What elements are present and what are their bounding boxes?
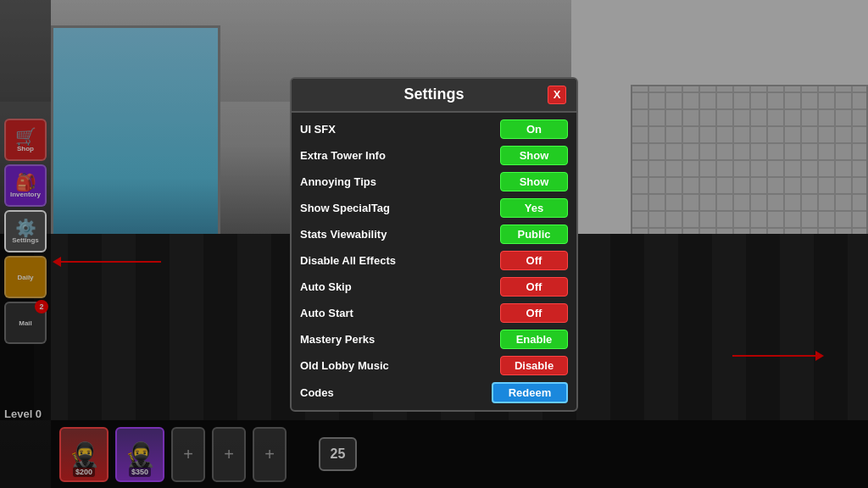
modal-header: Settings X — [292, 79, 576, 113]
modal-overlay: Settings X UI SFXOnExtra Tower InfoShowA… — [0, 0, 868, 488]
setting-value-button[interactable]: Yes — [500, 198, 568, 218]
setting-label: Mastery Perks — [300, 333, 375, 346]
setting-label: Annoying Tips — [300, 175, 376, 188]
settings-row: Extra Tower InfoShow — [300, 144, 568, 167]
settings-row: Mastery PerksEnable — [300, 328, 568, 351]
settings-row: Auto StartOff — [300, 302, 568, 324]
setting-value-button[interactable]: Disable — [500, 356, 568, 375]
settings-row: Old Lobby MusicDisable — [300, 354, 568, 377]
setting-value-button[interactable]: Off — [500, 277, 568, 297]
setting-value-button[interactable]: On — [500, 119, 568, 139]
modal-title: Settings — [320, 86, 548, 103]
settings-row: Disable All EffectsOff — [300, 249, 568, 272]
setting-label: Stats Viewability — [300, 228, 387, 241]
setting-label: Auto Start — [300, 307, 353, 319]
settings-modal: Settings X UI SFXOnExtra Tower InfoShowA… — [290, 77, 578, 412]
settings-row: UI SFXOn — [300, 118, 568, 141]
settings-row: Annoying TipsShow — [300, 170, 568, 193]
setting-label: Auto Skip — [300, 280, 352, 293]
setting-label: Extra Tower Info — [300, 149, 386, 162]
setting-value-button[interactable]: Off — [500, 303, 568, 323]
settings-list: UI SFXOnExtra Tower InfoShowAnnoying Tip… — [292, 113, 576, 410]
setting-value-button[interactable]: Show — [500, 146, 568, 165]
setting-label: Disable All Effects — [300, 254, 396, 267]
setting-label: UI SFX — [300, 123, 336, 136]
settings-row: Stats ViewabilityPublic — [300, 223, 568, 246]
close-button[interactable]: X — [548, 86, 566, 104]
setting-label: Show SpecialTag — [300, 202, 390, 214]
setting-value-button[interactable]: Off — [500, 251, 568, 270]
settings-row: Auto SkipOff — [300, 275, 568, 298]
settings-row: CodesRedeem — [300, 380, 568, 405]
setting-value-button[interactable]: Show — [500, 172, 568, 191]
setting-value-button[interactable]: Redeem — [492, 382, 568, 403]
setting-value-button[interactable]: Public — [500, 225, 568, 244]
setting-label: Codes — [300, 386, 334, 399]
setting-value-button[interactable]: Enable — [500, 330, 568, 349]
settings-row: Show SpecialTagYes — [300, 197, 568, 219]
setting-label: Old Lobby Music — [300, 359, 389, 372]
